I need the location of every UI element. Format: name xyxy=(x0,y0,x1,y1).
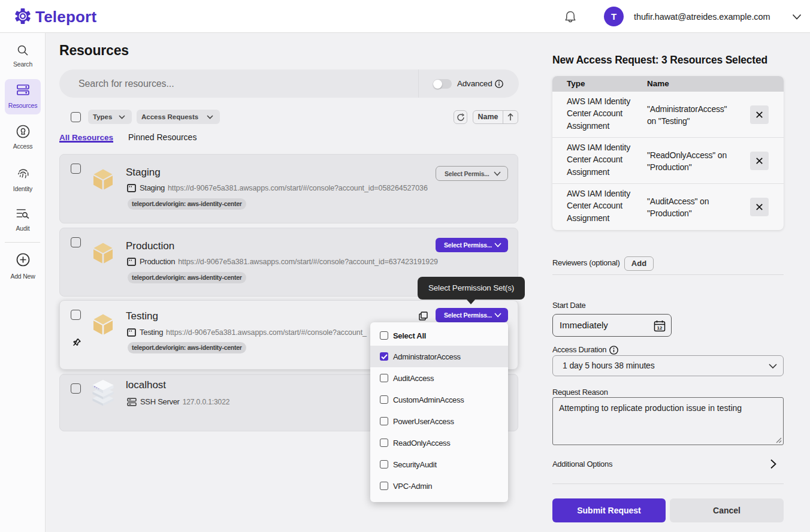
svg-text:12: 12 xyxy=(657,325,663,331)
